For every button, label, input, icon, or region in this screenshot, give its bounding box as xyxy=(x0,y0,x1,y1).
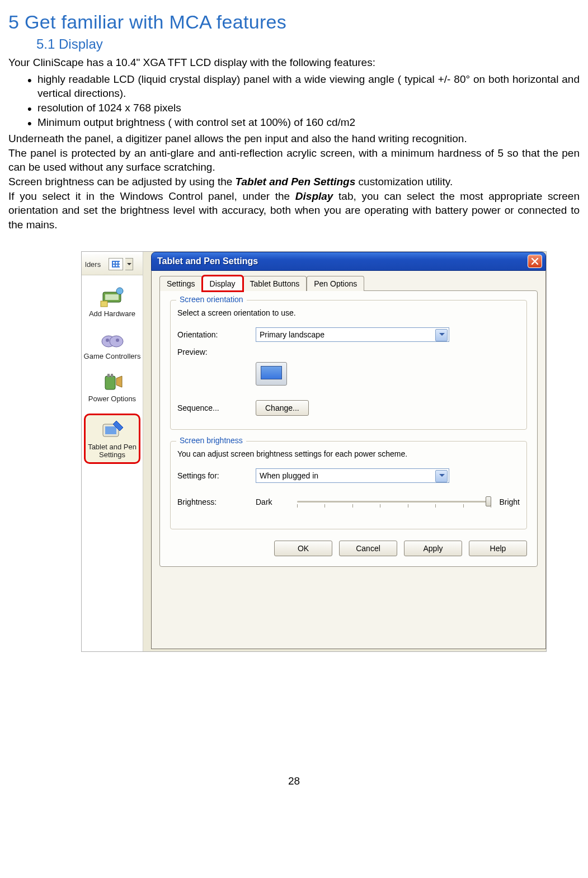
group-screen-brightness: Screen brightness You can adjust screen … xyxy=(170,441,527,529)
tab-tablet-buttons[interactable]: Tablet Buttons xyxy=(243,276,307,291)
text-run: customization utility. xyxy=(355,176,453,187)
view-mode-button[interactable] xyxy=(109,258,123,270)
titlebar-text: Tablet and Pen Settings xyxy=(157,256,528,266)
settings-for-row: Settings for: When plugged in xyxy=(177,468,520,483)
cancel-button[interactable]: Cancel xyxy=(339,541,397,556)
tab-pen-options[interactable]: Pen Options xyxy=(307,276,364,291)
svg-point-6 xyxy=(106,339,109,342)
svg-point-7 xyxy=(116,339,119,342)
close-icon xyxy=(531,257,539,265)
feature-list: highly readable LCD (liquid crystal disp… xyxy=(8,72,580,130)
orientation-row: Orientation: Primary landscape xyxy=(177,327,520,342)
ok-button[interactable]: OK xyxy=(274,541,332,556)
hardware-icon xyxy=(100,285,125,308)
slider-thumb[interactable] xyxy=(486,496,491,506)
orientation-label: Orientation: xyxy=(177,330,256,339)
group-title: Screen orientation xyxy=(176,295,247,304)
brightness-label: Brightness: xyxy=(177,497,256,506)
paragraph: The panel is protected by an anti-glare … xyxy=(8,146,580,175)
orientation-value: Primary landscape xyxy=(260,330,324,339)
titlebar[interactable]: Tablet and Pen Settings xyxy=(151,252,546,271)
group-desc: Select a screen orientation to use. xyxy=(177,308,520,317)
list-item: resolution of 1024 x 768 pixels xyxy=(8,101,580,115)
chevron-down-icon xyxy=(439,333,445,339)
tabstrip: Settings Display Tablet Buttons Pen Opti… xyxy=(159,276,538,291)
brightness-bright-label: Bright xyxy=(499,497,520,506)
sequence-label: Sequence... xyxy=(177,403,256,412)
chevron-down-icon xyxy=(439,474,445,480)
apply-button[interactable]: Apply xyxy=(404,541,462,556)
close-button[interactable] xyxy=(528,255,542,268)
group-title: Screen brightness xyxy=(176,436,246,445)
sidebar-item-label: Add Hardware xyxy=(89,309,135,318)
sidebar-item-power-options[interactable]: Power Options xyxy=(82,370,143,403)
list-item: highly readable LCD (liquid crystal disp… xyxy=(8,72,580,101)
paragraph: Screen brightness can be adjusted by usi… xyxy=(8,175,580,189)
group-desc: You can adjust screen brightness setting… xyxy=(177,449,520,458)
text-run: If you select it in the Windows Control … xyxy=(8,190,295,202)
tab-display[interactable]: Display xyxy=(203,276,243,291)
svg-rect-12 xyxy=(105,426,116,434)
toolbar-label: lders xyxy=(85,260,101,269)
orientation-preview xyxy=(256,362,287,386)
svg-rect-9 xyxy=(107,374,110,377)
sidebar-item-label: Power Options xyxy=(88,395,136,403)
brightness-dark-label: Dark xyxy=(256,497,289,506)
svg-rect-1 xyxy=(105,294,119,300)
orientation-dropdown[interactable]: Primary landscape xyxy=(256,327,449,342)
list-item: Minimum output brightness ( with control… xyxy=(8,115,580,130)
change-button[interactable]: Change... xyxy=(256,400,309,416)
section-title: 5.1 Display xyxy=(36,36,580,52)
bold-text: Tablet and Pen Settings xyxy=(236,176,356,187)
power-icon xyxy=(100,370,125,393)
view-mode-dropdown[interactable] xyxy=(125,258,133,270)
help-button[interactable]: Help xyxy=(469,541,527,556)
settings-for-label: Settings for: xyxy=(177,471,256,480)
brightness-row: Brightness: Dark Bright xyxy=(177,489,520,515)
sequence-row: Sequence... Change... xyxy=(177,400,520,416)
tab-settings[interactable]: Settings xyxy=(159,276,203,291)
sidebar-item-label: Game Controllers xyxy=(84,352,141,360)
group-screen-orientation: Screen orientation Select a screen orien… xyxy=(170,300,527,430)
preview-label: Preview: xyxy=(177,348,256,356)
intro-text: Your CliniScape has a 10.4" XGA TFT LCD … xyxy=(8,55,580,70)
tab-panel: Screen orientation Select a screen orien… xyxy=(159,290,538,567)
screenshot: lders Add Hardware Game Controllers Powe… xyxy=(81,251,547,652)
settings-for-dropdown[interactable]: When plugged in xyxy=(256,468,449,483)
svg-rect-3 xyxy=(101,301,107,307)
control-panel-sidebar: lders Add Hardware Game Controllers Powe… xyxy=(82,252,143,651)
paragraph: If you select it in the Windows Control … xyxy=(8,189,580,232)
svg-rect-10 xyxy=(111,374,113,377)
sidebar-item-add-hardware[interactable]: Add Hardware xyxy=(82,285,143,318)
dialog: Tablet and Pen Settings Settings Display… xyxy=(151,252,546,649)
bold-text: Display xyxy=(295,190,333,202)
dialog-buttons: OK Cancel Apply Help xyxy=(170,541,527,556)
tablet-pen-icon xyxy=(100,419,125,441)
toolbar-fragment: lders xyxy=(82,254,143,275)
dialog-body: Settings Display Tablet Buttons Pen Opti… xyxy=(151,271,546,649)
sidebar-item-tablet-pen[interactable]: Tablet and Pen Settings xyxy=(84,414,140,464)
game-controller-icon xyxy=(100,328,125,350)
sidebar-item-label: Tablet and Pen Settings xyxy=(88,443,137,459)
sidebar-item-game-controllers[interactable]: Game Controllers xyxy=(82,328,143,360)
page-number: 28 xyxy=(8,775,580,787)
brightness-slider[interactable] xyxy=(297,494,491,510)
text-run: Screen brightness can be adjusted by usi… xyxy=(8,176,236,187)
svg-point-2 xyxy=(116,288,123,294)
page-title: 5 Get familiar with MCA features xyxy=(8,11,580,33)
preview-row: Preview: xyxy=(177,348,520,356)
settings-for-value: When plugged in xyxy=(260,471,318,480)
paragraph: Underneath the panel, a digitizer panel … xyxy=(8,132,580,146)
svg-rect-8 xyxy=(105,376,115,389)
